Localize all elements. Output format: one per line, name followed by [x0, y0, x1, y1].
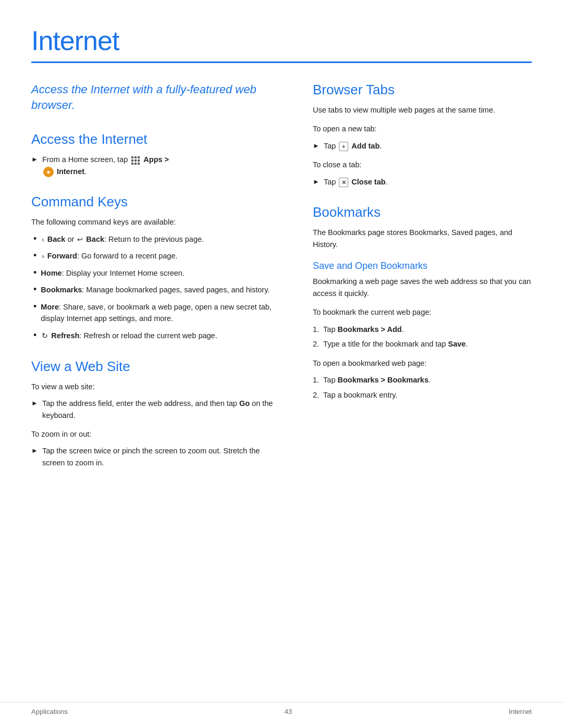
title-divider	[31, 61, 532, 63]
main-content: Access the Internet with a fully-feature…	[31, 82, 532, 474]
command-refresh: ↻ Refresh: Refresh or reload the current…	[41, 330, 217, 342]
back-chevron-icon: ‹	[42, 235, 44, 245]
command-bookmarks: Bookmarks: Manage bookmarked pages, save…	[41, 284, 270, 295]
zoom-text: Tap the screen twice or pinch the screen…	[42, 445, 282, 468]
section-title-command-keys: Command Keys	[31, 194, 282, 210]
zoom-label: To zoom in or out:	[31, 428, 282, 440]
list-item: • Bookmarks: Manage bookmarked pages, sa…	[31, 284, 282, 295]
bookmarks-desc: The Bookmarks page stores Bookmarks, Sav…	[313, 227, 532, 250]
bookmark-step2: Type a title for the bookmark and tap Sa…	[323, 338, 468, 350]
apps-icon	[131, 156, 140, 165]
list-item: • Home: Display your Internet Home scree…	[31, 267, 282, 279]
command-home: Home: Display your Internet Home screen.	[41, 267, 185, 279]
access-internet-text: From a Home screen, tap Apps > ● Interne…	[42, 154, 169, 177]
bullet-dot: •	[33, 301, 36, 313]
refresh-icon: ↻	[42, 330, 48, 342]
section-title-bookmarks: Bookmarks	[313, 204, 532, 220]
bookmark-current-label: To bookmark the current web page:	[313, 306, 532, 318]
command-back: ‹ Back or ↩ Back: Return to the previous…	[41, 233, 204, 245]
footer-right: Internet	[509, 708, 532, 715]
new-tab-label: To open a new tab:	[313, 123, 532, 134]
bullet-dot: •	[33, 250, 36, 262]
open-step2: Tap a bookmark entry.	[323, 389, 397, 401]
ol-num: 2.	[313, 389, 319, 401]
left-column: Access the Internet with a fully-feature…	[31, 82, 282, 474]
back-arrow-icon: ↩	[77, 235, 83, 245]
bookmark-step1: Tap Bookmarks > Add.	[323, 324, 404, 335]
new-tab-step: ► Tap + Add tab.	[313, 140, 532, 152]
close-tab-label: To close a tab:	[313, 159, 532, 170]
arrow-icon: ►	[313, 177, 320, 187]
access-internet-step: ► From a Home screen, tap Apps > ● Inter…	[31, 154, 282, 177]
arrow-icon: ►	[31, 398, 38, 409]
ol-num: 1.	[313, 374, 319, 386]
intro-text: Access the Internet with a fully-feature…	[31, 82, 282, 113]
command-keys-list: • ‹ Back or ↩ Back: Return to the previo…	[31, 233, 282, 342]
internet-app-icon: ●	[43, 167, 54, 177]
bullet-dot: •	[33, 330, 36, 341]
view-web-text: Tap the address field, enter the web add…	[42, 398, 282, 421]
list-item: 2. Type a title for the bookmark and tap…	[313, 338, 532, 350]
bullet-dot: •	[33, 284, 36, 295]
list-item: 1. Tap Bookmarks > Add.	[313, 324, 532, 335]
list-item: 2. Tap a bookmark entry.	[313, 389, 532, 401]
list-item: • More: Share, save, or bookmark a web p…	[31, 301, 282, 325]
view-web-step2: ► Tap the screen twice or pinch the scre…	[31, 445, 282, 468]
arrow-icon: ►	[31, 446, 38, 456]
page-title: Internet	[31, 25, 532, 56]
section-title-access: Access the Internet	[31, 131, 282, 147]
arrow-icon: ►	[313, 141, 320, 151]
new-tab-text: Tap + Add tab.	[324, 140, 382, 152]
close-tab-step: ► Tap ✕ Close tab.	[313, 176, 532, 188]
ol-num: 2.	[313, 338, 319, 350]
browser-tabs-desc: Use tabs to view multiple web pages at t…	[313, 104, 532, 116]
command-more: More: Share, save, or bookmark a web pag…	[41, 301, 282, 325]
command-keys-intro: The following command keys are available…	[31, 216, 282, 228]
forward-icon: ›	[42, 251, 44, 262]
view-web-label: To view a web site:	[31, 381, 282, 392]
ol-num: 1.	[313, 324, 319, 335]
bullet-dot: •	[33, 267, 36, 279]
subsection-title-save-open: Save and Open Bookmarks	[313, 261, 532, 272]
footer-left: Applications	[31, 708, 68, 715]
open-bookmarked-list: 1. Tap Bookmarks > Bookmarks. 2. Tap a b…	[313, 374, 532, 401]
page-footer: Applications 43 Internet	[0, 702, 563, 715]
close-tab-icon: ✕	[339, 178, 348, 187]
open-step1: Tap Bookmarks > Bookmarks.	[323, 374, 431, 386]
save-open-desc: Bookmarking a web page saves the web add…	[313, 276, 532, 299]
list-item: • › Forward: Go forward to a recent page…	[31, 250, 282, 262]
section-title-view-web: View a Web Site	[31, 359, 282, 375]
page-content: Internet Access the Internet with a full…	[0, 0, 563, 505]
footer-center: 43	[285, 708, 292, 715]
open-bookmarked-label: To open a bookmarked web page:	[313, 357, 532, 369]
view-web-step1: ► Tap the address field, enter the web a…	[31, 398, 282, 421]
arrow-icon: ►	[31, 154, 38, 165]
bookmark-steps-list: 1. Tap Bookmarks > Add. 2. Type a title …	[313, 324, 532, 350]
command-forward: › Forward: Go forward to a recent page.	[41, 250, 177, 262]
add-tab-icon: +	[339, 142, 348, 151]
list-item: 1. Tap Bookmarks > Bookmarks.	[313, 374, 532, 386]
bullet-dot: •	[33, 233, 36, 245]
list-item: • ↻ Refresh: Refresh or reload the curre…	[31, 330, 282, 342]
close-tab-text: Tap ✕ Close tab.	[324, 176, 388, 188]
right-column: Browser Tabs Use tabs to view multiple w…	[313, 82, 532, 474]
list-item: • ‹ Back or ↩ Back: Return to the previo…	[31, 233, 282, 245]
section-title-browser-tabs: Browser Tabs	[313, 82, 532, 98]
